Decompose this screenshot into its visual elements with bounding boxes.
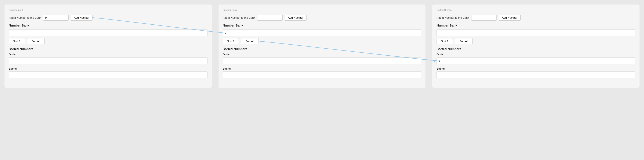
panel2-sort-all-button[interactable]: Sort All <box>241 38 258 44</box>
panel2-number-bank-input[interactable] <box>223 29 422 36</box>
panel3-sorted-numbers-title: Sorted Numbers <box>436 47 635 51</box>
panel-number-bank: Number Bank Add a Number to the Bank Add… <box>218 4 426 88</box>
panel2-odds-input[interactable] <box>223 57 422 64</box>
panel3-add-button[interactable]: Add Number <box>499 15 520 21</box>
panel1-odds-input[interactable] <box>9 57 208 64</box>
panel1-sort-button[interactable]: Sort 1 <box>9 38 25 44</box>
panel2-add-button[interactable]: Add Number <box>285 15 306 21</box>
panel2-number-bank-title: Number Bank <box>223 24 422 27</box>
panel1-add-input[interactable] <box>43 15 68 21</box>
panel3-sort-button[interactable]: Sort 1 <box>436 38 453 44</box>
panel-sorted-number: Sorted Number Add a Number to the Bank A… <box>432 4 640 88</box>
panel1-add-row: Add a Number to the Bank Add Number <box>9 15 208 21</box>
panel1-add-label: Add a Number to the Bank <box>9 16 41 19</box>
panel3-evens-label: Evens <box>436 67 635 70</box>
panel3-evens-input[interactable] <box>436 71 635 78</box>
panel2-evens-label: Evens <box>223 67 422 70</box>
panel1-odds-label: Odds <box>9 53 208 56</box>
panels-wrapper: Number Input Add a Number to the Bank Ad… <box>4 4 640 88</box>
panel3-number-bank-title: Number Bank <box>436 24 635 27</box>
panel3-odds-label: Odds <box>436 53 635 56</box>
panel1-sorted-numbers-title: Sorted Numbers <box>9 47 208 51</box>
panel-number-input: Number Input Add a Number to the Bank Ad… <box>4 4 212 88</box>
panel1-evens-input[interactable] <box>9 71 208 78</box>
panel1-sort-all-button[interactable]: Sort All <box>27 38 45 44</box>
panel3-add-label: Add a Number to the Bank <box>436 16 469 19</box>
panel3-title: Sorted Number <box>436 9 635 11</box>
panel3-number-bank-input[interactable] <box>436 29 635 36</box>
panel3-odds-input[interactable] <box>436 57 635 64</box>
panel2-odds-label: Odds <box>223 53 422 56</box>
panel2-add-row: Add a Number to the Bank Add Number <box>223 15 422 21</box>
panel3-sort-buttons: Sort 1 Sort All <box>436 38 635 44</box>
panel1-title: Number Input <box>9 9 208 11</box>
panel2-evens-input[interactable] <box>223 71 422 78</box>
panel2-sorted-numbers-title: Sorted Numbers <box>223 47 422 51</box>
panel1-sort-buttons: Sort 1 Sort All <box>9 38 208 44</box>
panel2-title: Number Bank <box>223 9 422 11</box>
gap-spacer-1 <box>212 4 218 88</box>
panel3-sort-all-button[interactable]: Sort All <box>455 38 472 44</box>
panel1-evens-label: Evens <box>9 67 208 70</box>
panel2-add-input[interactable] <box>257 15 282 21</box>
panel1-add-button[interactable]: Add Number <box>71 15 92 21</box>
panel2-sort-button[interactable]: Sort 1 <box>223 38 239 44</box>
panel1-number-bank-input[interactable] <box>9 29 208 36</box>
panel1-number-bank-title: Number Bank <box>9 24 208 27</box>
gap-spacer-2 <box>426 4 432 88</box>
panel3-add-row: Add a Number to the Bank Add Number <box>436 15 635 21</box>
panel3-add-input[interactable] <box>471 15 497 21</box>
panel2-sort-buttons: Sort 1 Sort All <box>223 38 422 44</box>
panel2-add-label: Add a Number to the Bank <box>223 16 255 19</box>
